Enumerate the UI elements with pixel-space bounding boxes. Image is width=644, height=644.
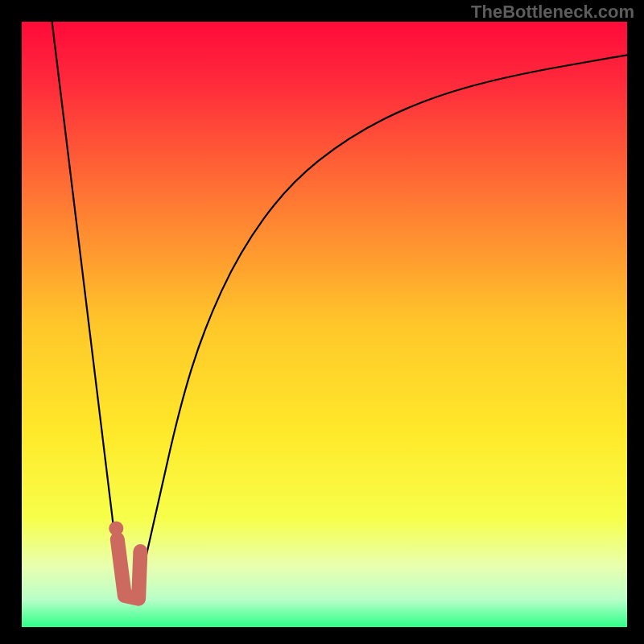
chart-container: TheBottleneck.com <box>0 0 644 644</box>
watermark-link[interactable]: TheBottleneck.com <box>471 2 634 23</box>
marker-dot <box>109 521 123 535</box>
bottleneck-chart <box>0 0 644 644</box>
